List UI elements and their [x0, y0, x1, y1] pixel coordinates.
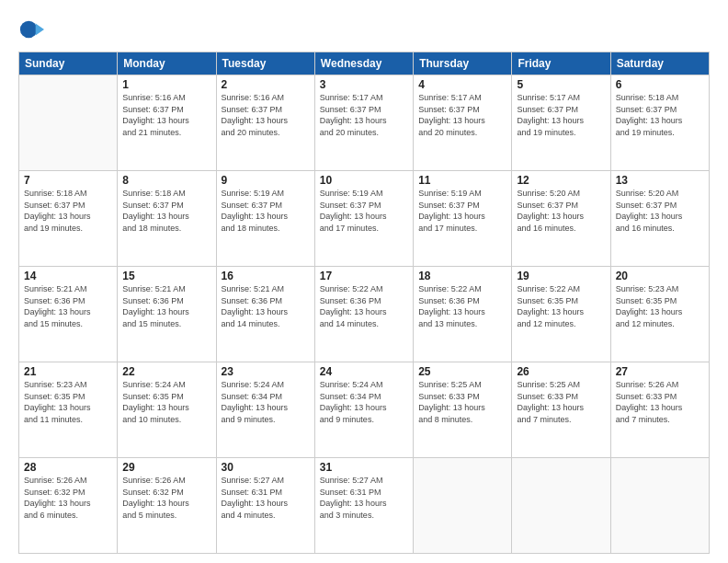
day-cell: 30Sunrise: 5:27 AM Sunset: 6:31 PM Dayli…	[216, 458, 314, 554]
day-cell: 29Sunrise: 5:26 AM Sunset: 6:32 PM Dayli…	[118, 458, 216, 554]
week-row-2: 7Sunrise: 5:18 AM Sunset: 6:37 PM Daylig…	[19, 171, 710, 267]
day-cell	[19, 75, 118, 171]
day-info: Sunrise: 5:22 AM Sunset: 6:36 PM Dayligh…	[320, 283, 408, 329]
day-cell	[610, 458, 709, 554]
day-cell: 2Sunrise: 5:16 AM Sunset: 6:37 PM Daylig…	[216, 75, 314, 171]
day-number: 21	[24, 365, 112, 378]
weekday-tuesday: Tuesday	[216, 52, 314, 75]
day-cell: 24Sunrise: 5:24 AM Sunset: 6:34 PM Dayli…	[314, 362, 413, 458]
header	[18, 17, 710, 42]
day-number: 24	[320, 365, 408, 378]
day-info: Sunrise: 5:18 AM Sunset: 6:37 PM Dayligh…	[24, 188, 112, 234]
page: SundayMondayTuesdayWednesdayThursdayFrid…	[0, 0, 728, 563]
day-cell: 12Sunrise: 5:20 AM Sunset: 6:37 PM Dayli…	[512, 171, 610, 267]
day-number: 30	[222, 461, 310, 474]
day-number: 2	[222, 78, 310, 91]
day-number: 3	[320, 78, 408, 91]
day-number: 11	[418, 174, 506, 187]
day-cell: 27Sunrise: 5:26 AM Sunset: 6:33 PM Dayli…	[610, 362, 709, 458]
day-info: Sunrise: 5:16 AM Sunset: 6:37 PM Dayligh…	[122, 92, 210, 138]
svg-point-0	[20, 21, 38, 39]
day-info: Sunrise: 5:23 AM Sunset: 6:35 PM Dayligh…	[24, 379, 112, 425]
day-number: 27	[616, 365, 704, 378]
day-info: Sunrise: 5:19 AM Sunset: 6:37 PM Dayligh…	[222, 188, 310, 234]
logo	[18, 17, 48, 42]
day-cell: 15Sunrise: 5:21 AM Sunset: 6:36 PM Dayli…	[118, 267, 216, 362]
day-number: 20	[616, 270, 704, 282]
day-info: Sunrise: 5:24 AM Sunset: 6:34 PM Dayligh…	[320, 379, 408, 425]
day-info: Sunrise: 5:27 AM Sunset: 6:31 PM Dayligh…	[222, 475, 310, 521]
day-info: Sunrise: 5:25 AM Sunset: 6:33 PM Dayligh…	[418, 379, 506, 425]
day-info: Sunrise: 5:21 AM Sunset: 6:36 PM Dayligh…	[222, 283, 310, 329]
day-number: 18	[418, 270, 506, 282]
day-cell: 20Sunrise: 5:23 AM Sunset: 6:35 PM Dayli…	[610, 267, 709, 362]
day-info: Sunrise: 5:16 AM Sunset: 6:37 PM Dayligh…	[222, 92, 310, 138]
week-row-4: 21Sunrise: 5:23 AM Sunset: 6:35 PM Dayli…	[19, 362, 710, 458]
day-cell: 1Sunrise: 5:16 AM Sunset: 6:37 PM Daylig…	[118, 75, 216, 171]
day-info: Sunrise: 5:24 AM Sunset: 6:35 PM Dayligh…	[122, 379, 210, 425]
day-cell: 8Sunrise: 5:18 AM Sunset: 6:37 PM Daylig…	[118, 171, 216, 267]
day-cell: 11Sunrise: 5:19 AM Sunset: 6:37 PM Dayli…	[414, 171, 512, 267]
day-info: Sunrise: 5:26 AM Sunset: 6:32 PM Dayligh…	[122, 475, 210, 521]
day-cell: 16Sunrise: 5:21 AM Sunset: 6:36 PM Dayli…	[216, 267, 314, 362]
day-cell: 26Sunrise: 5:25 AM Sunset: 6:33 PM Dayli…	[512, 362, 610, 458]
day-info: Sunrise: 5:27 AM Sunset: 6:31 PM Dayligh…	[320, 475, 408, 521]
day-cell: 5Sunrise: 5:17 AM Sunset: 6:37 PM Daylig…	[512, 75, 610, 171]
day-cell: 19Sunrise: 5:22 AM Sunset: 6:35 PM Dayli…	[512, 267, 610, 362]
day-number: 17	[320, 270, 408, 282]
day-cell: 6Sunrise: 5:18 AM Sunset: 6:37 PM Daylig…	[610, 75, 709, 171]
day-number: 26	[517, 365, 605, 378]
day-info: Sunrise: 5:19 AM Sunset: 6:37 PM Dayligh…	[320, 188, 408, 234]
day-number: 4	[418, 78, 506, 91]
day-info: Sunrise: 5:22 AM Sunset: 6:36 PM Dayligh…	[418, 283, 506, 329]
day-cell: 3Sunrise: 5:17 AM Sunset: 6:37 PM Daylig…	[314, 75, 413, 171]
day-cell: 22Sunrise: 5:24 AM Sunset: 6:35 PM Dayli…	[118, 362, 216, 458]
logo-icon	[18, 17, 44, 42]
svg-marker-1	[36, 23, 44, 35]
day-info: Sunrise: 5:23 AM Sunset: 6:35 PM Dayligh…	[616, 283, 704, 329]
day-number: 1	[122, 78, 210, 91]
day-cell: 10Sunrise: 5:19 AM Sunset: 6:37 PM Dayli…	[314, 171, 413, 267]
day-info: Sunrise: 5:26 AM Sunset: 6:33 PM Dayligh…	[616, 379, 704, 425]
day-info: Sunrise: 5:25 AM Sunset: 6:33 PM Dayligh…	[517, 379, 605, 425]
day-number: 9	[222, 174, 310, 187]
week-row-5: 28Sunrise: 5:26 AM Sunset: 6:32 PM Dayli…	[19, 458, 710, 554]
day-number: 12	[517, 174, 605, 187]
day-info: Sunrise: 5:17 AM Sunset: 6:37 PM Dayligh…	[418, 92, 506, 138]
day-number: 19	[517, 270, 605, 282]
day-info: Sunrise: 5:17 AM Sunset: 6:37 PM Dayligh…	[517, 92, 605, 138]
day-number: 23	[222, 365, 310, 378]
day-cell: 28Sunrise: 5:26 AM Sunset: 6:32 PM Dayli…	[19, 458, 118, 554]
day-info: Sunrise: 5:18 AM Sunset: 6:37 PM Dayligh…	[122, 188, 210, 234]
day-number: 16	[222, 270, 310, 282]
day-info: Sunrise: 5:18 AM Sunset: 6:37 PM Dayligh…	[616, 92, 704, 138]
day-info: Sunrise: 5:20 AM Sunset: 6:37 PM Dayligh…	[517, 188, 605, 234]
day-cell	[512, 458, 610, 554]
day-info: Sunrise: 5:19 AM Sunset: 6:37 PM Dayligh…	[418, 188, 506, 234]
day-info: Sunrise: 5:21 AM Sunset: 6:36 PM Dayligh…	[122, 283, 210, 329]
day-info: Sunrise: 5:17 AM Sunset: 6:37 PM Dayligh…	[320, 92, 408, 138]
day-cell: 25Sunrise: 5:25 AM Sunset: 6:33 PM Dayli…	[414, 362, 512, 458]
day-number: 14	[24, 270, 112, 282]
day-number: 10	[320, 174, 408, 187]
week-row-1: 1Sunrise: 5:16 AM Sunset: 6:37 PM Daylig…	[19, 75, 710, 171]
day-cell: 9Sunrise: 5:19 AM Sunset: 6:37 PM Daylig…	[216, 171, 314, 267]
day-cell: 13Sunrise: 5:20 AM Sunset: 6:37 PM Dayli…	[610, 171, 709, 267]
day-cell: 31Sunrise: 5:27 AM Sunset: 6:31 PM Dayli…	[314, 458, 413, 554]
weekday-wednesday: Wednesday	[314, 52, 413, 75]
week-row-3: 14Sunrise: 5:21 AM Sunset: 6:36 PM Dayli…	[19, 267, 710, 362]
day-cell: 23Sunrise: 5:24 AM Sunset: 6:34 PM Dayli…	[216, 362, 314, 458]
day-cell: 4Sunrise: 5:17 AM Sunset: 6:37 PM Daylig…	[414, 75, 512, 171]
day-number: 29	[122, 461, 210, 474]
day-number: 5	[517, 78, 605, 91]
day-number: 25	[418, 365, 506, 378]
day-info: Sunrise: 5:24 AM Sunset: 6:34 PM Dayligh…	[222, 379, 310, 425]
day-number: 22	[122, 365, 210, 378]
day-cell: 14Sunrise: 5:21 AM Sunset: 6:36 PM Dayli…	[19, 267, 118, 362]
day-number: 13	[616, 174, 704, 187]
day-number: 6	[616, 78, 704, 91]
weekday-friday: Friday	[512, 52, 610, 75]
day-number: 31	[320, 461, 408, 474]
day-cell: 21Sunrise: 5:23 AM Sunset: 6:35 PM Dayli…	[19, 362, 118, 458]
day-cell: 18Sunrise: 5:22 AM Sunset: 6:36 PM Dayli…	[414, 267, 512, 362]
